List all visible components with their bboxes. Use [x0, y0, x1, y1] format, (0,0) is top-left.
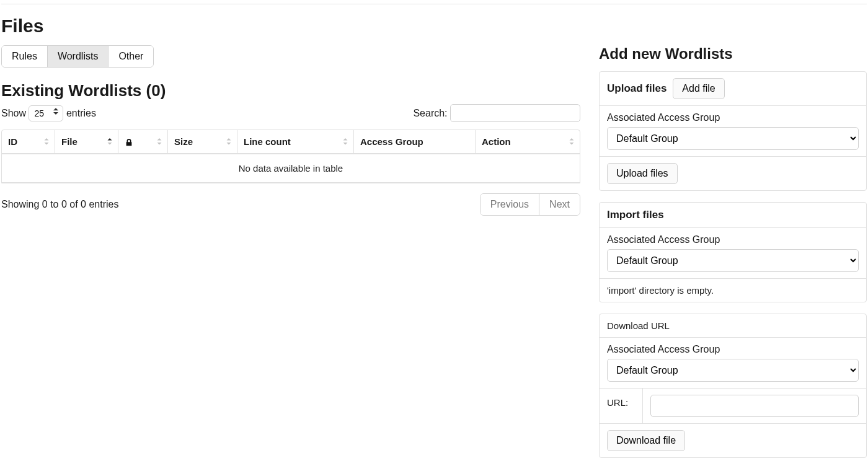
col-linecount-label: Line count — [244, 136, 291, 147]
import-group-select[interactable]: Default Group — [607, 249, 859, 272]
search-input[interactable] — [450, 104, 580, 122]
import-panel: Import files Associated Access Group Def… — [599, 202, 867, 302]
upload-group-select[interactable]: Default Group — [607, 127, 859, 150]
import-header: Import files — [607, 209, 664, 221]
search-label: Search: — [413, 108, 447, 118]
col-action-label: Action — [482, 136, 511, 147]
sort-icon — [155, 137, 164, 146]
empty-row: No data available in table — [2, 154, 580, 183]
download-header: Download URL — [607, 320, 670, 331]
col-action[interactable]: Action — [476, 130, 580, 154]
table-info: Showing 0 to 0 of 0 entries — [1, 199, 118, 210]
tab-wordlists[interactable]: Wordlists — [48, 46, 109, 67]
file-type-tabs: Rules Wordlists Other — [1, 45, 154, 68]
length-prefix: Show — [1, 108, 26, 118]
col-file-label: File — [61, 136, 78, 147]
add-wordlists-heading: Add new Wordlists — [599, 45, 867, 63]
sort-icon — [224, 137, 233, 146]
upload-group-label: Associated Access Group — [607, 112, 859, 123]
col-id[interactable]: ID — [2, 130, 55, 154]
url-input[interactable] — [650, 395, 859, 417]
sort-icon — [341, 137, 350, 146]
upload-files-button[interactable]: Upload files — [607, 163, 678, 184]
col-size-label: Size — [174, 136, 193, 147]
sort-icon — [567, 137, 576, 146]
length-suffix: entries — [66, 108, 96, 118]
upload-panel: Upload files Add file Associated Access … — [599, 71, 867, 191]
col-size[interactable]: Size — [168, 130, 237, 154]
col-linecount[interactable]: Line count — [237, 130, 354, 154]
col-access-label: Access Group — [360, 136, 423, 147]
page-title: Files — [1, 15, 867, 37]
entries-per-page-select[interactable]: 102550100 — [29, 105, 63, 121]
add-file-button[interactable]: Add file — [673, 78, 724, 99]
col-file[interactable]: File — [55, 130, 118, 154]
col-id-label: ID — [8, 136, 17, 147]
lock-icon — [125, 138, 133, 147]
col-access-group[interactable]: Access Group — [354, 130, 476, 154]
wordlists-table: ID File Size — [1, 130, 580, 183]
tab-rules[interactable]: Rules — [2, 46, 48, 67]
pagination: Previous Next — [480, 193, 580, 216]
import-group-label: Associated Access Group — [607, 234, 859, 245]
tab-other[interactable]: Other — [108, 46, 153, 67]
pager-next[interactable]: Next — [539, 194, 580, 215]
sort-icon — [42, 137, 51, 146]
pager-previous[interactable]: Previous — [480, 194, 539, 215]
col-lock[interactable] — [118, 130, 168, 154]
sort-asc-icon — [105, 137, 114, 146]
import-empty-message: 'import' directory is empty. — [607, 285, 714, 296]
download-file-button[interactable]: Download file — [607, 430, 685, 451]
upload-header: Upload files — [607, 82, 666, 95]
existing-wordlists-heading: Existing Wordlists (0) — [1, 81, 580, 100]
url-label: URL: — [600, 389, 643, 423]
download-group-select[interactable]: Default Group — [607, 359, 859, 382]
download-group-label: Associated Access Group — [607, 344, 859, 355]
download-panel: Download URL Associated Access Group Def… — [599, 314, 867, 458]
